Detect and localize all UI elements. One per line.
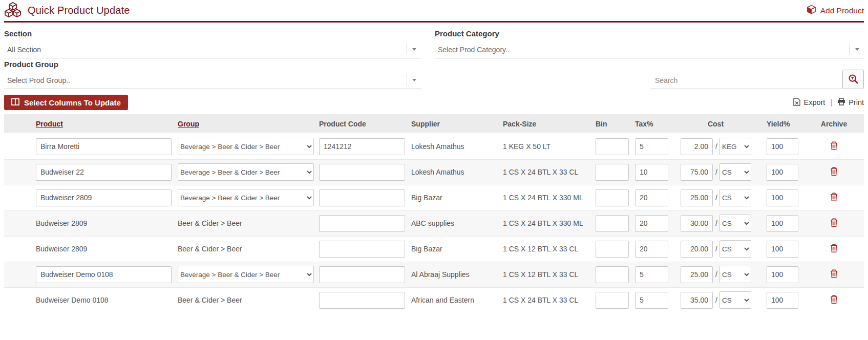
supplier-text: ABC supplies bbox=[411, 219, 454, 227]
trash-icon[interactable] bbox=[828, 217, 840, 229]
group-select[interactable]: Beverage > Beer & Cider > Beer bbox=[178, 163, 314, 181]
trash-icon[interactable] bbox=[828, 192, 840, 204]
product-group-placeholder: Select Prod Group.. bbox=[7, 76, 70, 84]
unit-select[interactable]: CS bbox=[719, 240, 751, 258]
product-name-input[interactable] bbox=[36, 266, 172, 283]
unit-select[interactable]: CS bbox=[719, 215, 751, 232]
product-code-input[interactable] bbox=[319, 292, 405, 309]
group-text: Beer & Cider > Beer bbox=[178, 219, 242, 227]
cost-input[interactable] bbox=[681, 292, 713, 309]
bin-input[interactable] bbox=[596, 241, 629, 258]
section-label: Section bbox=[4, 29, 421, 38]
group-select[interactable]: Beverage > Beer & Cider > Beer bbox=[178, 266, 314, 283]
cost-input[interactable] bbox=[681, 138, 713, 155]
yield-input[interactable] bbox=[767, 241, 798, 258]
search-area bbox=[435, 60, 864, 89]
print-button[interactable]: Print bbox=[837, 98, 864, 107]
column-header-cost: Cost bbox=[676, 114, 755, 134]
search-button[interactable] bbox=[842, 70, 864, 89]
yield-input[interactable] bbox=[767, 164, 798, 181]
unit-select[interactable]: CS bbox=[719, 291, 751, 309]
bin-input[interactable] bbox=[596, 138, 629, 155]
yield-input[interactable] bbox=[767, 215, 798, 232]
pack-size-text: 1 CS X 24 BTL X 330 ML bbox=[503, 219, 583, 227]
column-header-product-code: Product Code bbox=[316, 114, 407, 134]
column-header-product[interactable]: Product bbox=[4, 114, 174, 134]
product-name-input[interactable] bbox=[36, 138, 172, 155]
tax-input[interactable] bbox=[635, 266, 668, 283]
table-row: Beverage > Beer & Cider > Beer Lokesh Am… bbox=[4, 159, 864, 185]
cost-input[interactable] bbox=[681, 266, 713, 283]
section-filter: Section All Section bbox=[4, 29, 421, 58]
group-select[interactable]: Beverage > Beer & Cider > Beer bbox=[178, 138, 314, 155]
product-group-label: Product Group bbox=[4, 60, 421, 69]
pack-size-text: 1 CS X 24 BTL X 330 ML bbox=[503, 194, 583, 202]
product-category-filter: Product Category Select Prod Category.. bbox=[435, 29, 864, 58]
trash-icon[interactable] bbox=[828, 268, 840, 281]
cost-unit-separator: / bbox=[715, 270, 717, 279]
tax-input[interactable] bbox=[635, 215, 668, 232]
unit-select[interactable]: CS bbox=[719, 189, 751, 206]
table-row: Budweiser 2809 Beer & Cider > Beer Big B… bbox=[4, 236, 864, 262]
product-code-input[interactable] bbox=[319, 189, 405, 206]
unit-select[interactable]: CS bbox=[719, 266, 751, 283]
supplier-text: Lokesh Amathus bbox=[411, 142, 464, 151]
separator: | bbox=[830, 98, 832, 107]
product-code-input[interactable] bbox=[319, 215, 405, 232]
select-columns-label: Select Columns To Update bbox=[24, 98, 121, 107]
column-header-archive: Archive bbox=[804, 114, 864, 134]
tax-input[interactable] bbox=[635, 189, 668, 206]
cost-input[interactable] bbox=[681, 241, 713, 258]
yield-input[interactable] bbox=[767, 189, 798, 206]
product-category-select[interactable]: Select Prod Category.. bbox=[435, 41, 864, 58]
chevron-down-icon bbox=[850, 44, 864, 55]
product-name-input[interactable] bbox=[36, 189, 172, 206]
group-text: Beer & Cider > Beer bbox=[178, 245, 242, 253]
section-select[interactable]: All Section bbox=[4, 41, 421, 58]
yield-input[interactable] bbox=[767, 138, 798, 155]
cost-input[interactable] bbox=[681, 189, 713, 206]
tax-input[interactable] bbox=[635, 138, 668, 155]
trash-icon[interactable] bbox=[828, 166, 840, 178]
product-code-input[interactable] bbox=[319, 241, 405, 258]
product-code-input[interactable] bbox=[319, 164, 405, 181]
cost-unit-separator: / bbox=[715, 168, 717, 176]
tax-input[interactable] bbox=[635, 292, 668, 309]
toolbar: Select Columns To Update Export | bbox=[4, 95, 864, 110]
select-columns-button[interactable]: Select Columns To Update bbox=[4, 95, 128, 110]
bin-input[interactable] bbox=[596, 292, 629, 309]
yield-input[interactable] bbox=[767, 292, 798, 309]
tax-input[interactable] bbox=[635, 164, 668, 181]
product-group-select[interactable]: Select Prod Group.. bbox=[4, 72, 421, 89]
group-select[interactable]: Beverage > Beer & Cider > Beer bbox=[178, 189, 314, 206]
bin-input[interactable] bbox=[596, 266, 629, 283]
table-row: Beverage > Beer & Cider > Beer Al Abraaj… bbox=[4, 262, 864, 287]
bin-input[interactable] bbox=[596, 215, 629, 232]
top-bar: Quick Product Update Add Product bbox=[4, 0, 864, 23]
trash-icon[interactable] bbox=[828, 243, 840, 255]
section-value: All Section bbox=[7, 46, 41, 54]
product-code-input[interactable] bbox=[319, 138, 405, 155]
bin-input[interactable] bbox=[596, 164, 629, 181]
cube-icon bbox=[807, 5, 816, 16]
product-code-input[interactable] bbox=[319, 266, 405, 283]
add-product-button[interactable]: Add Product bbox=[807, 5, 864, 16]
column-header-pack-size: Pack-Size bbox=[499, 114, 591, 134]
excel-file-icon bbox=[793, 98, 800, 108]
product-name-text: Budweiser 2809 bbox=[36, 245, 87, 253]
unit-select[interactable]: KEG bbox=[719, 138, 751, 155]
search-input[interactable] bbox=[651, 72, 842, 89]
export-button[interactable]: Export bbox=[793, 98, 825, 108]
product-name-input[interactable] bbox=[36, 164, 172, 181]
bin-input[interactable] bbox=[596, 189, 629, 206]
yield-input[interactable] bbox=[767, 266, 798, 283]
cost-unit-separator: / bbox=[715, 142, 717, 151]
cost-input[interactable] bbox=[681, 164, 713, 181]
trash-icon[interactable] bbox=[828, 140, 840, 153]
cost-unit-separator: / bbox=[715, 296, 717, 304]
column-header-group[interactable]: Group bbox=[174, 114, 316, 134]
trash-icon[interactable] bbox=[828, 294, 840, 306]
tax-input[interactable] bbox=[635, 241, 668, 258]
cost-input[interactable] bbox=[681, 215, 713, 232]
unit-select[interactable]: CS bbox=[719, 163, 751, 181]
